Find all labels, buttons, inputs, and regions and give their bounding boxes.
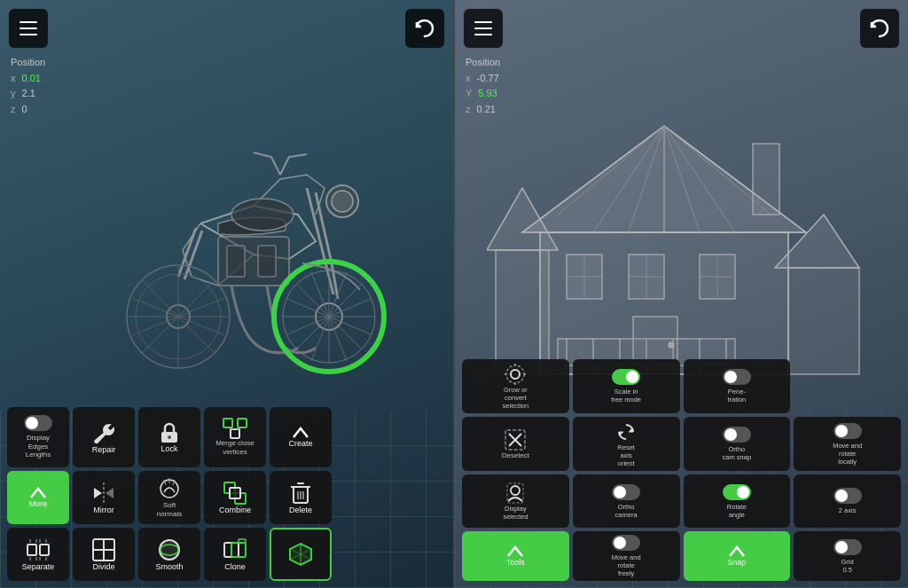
grow-convert-btn[interactable]: Grow orconvertselection: [462, 359, 569, 413]
divide-label: Divide: [92, 562, 114, 572]
repair-label: Repair: [92, 445, 116, 455]
right-position-info: Position x -0.77 Y 5.93 z 0.21: [466, 55, 500, 117]
move-rotate-locally-label: Move androtatelocally: [833, 442, 862, 466]
display-selected-btn[interactable]: Displayselected: [462, 474, 569, 528]
scale-free-btn[interactable]: Scale infree mode: [573, 359, 680, 413]
merge-close-label: Merge closevertices: [215, 439, 254, 456]
r-hamburger-line-2: [474, 27, 492, 29]
left-bottom-toolbar: DisplayEdgesLengths Repair Lock: [7, 407, 446, 581]
2axis-btn[interactable]: 2 axis: [794, 474, 901, 528]
svg-line-31: [228, 427, 234, 429]
svg-point-27: [168, 435, 171, 439]
delete-btn[interactable]: Delete: [270, 471, 332, 524]
r-pos-x-label: x: [466, 73, 471, 83]
combine-label: Combine: [219, 506, 251, 515]
svg-rect-1: [227, 246, 245, 277]
divide-icon: [91, 537, 116, 562]
delete-label: Delete: [289, 506, 312, 515]
display-selected-label: Displayselected: [503, 505, 528, 521]
left-hamburger-button[interactable]: [9, 9, 48, 48]
right-undo-button[interactable]: [860, 9, 899, 48]
box-btn[interactable]: [270, 528, 332, 581]
grow-icon: [504, 363, 527, 386]
hamburger-line-3: [20, 34, 37, 35]
tools-btn[interactable]: Tools: [462, 531, 569, 581]
r-pos-y-label: Y: [466, 88, 472, 98]
scale-free-label: Scale infree mode: [611, 388, 641, 404]
clone-icon: [223, 537, 247, 562]
trash-icon: [289, 481, 312, 506]
pos-y-value: 2.1: [22, 88, 35, 98]
pos-x-value: 0.01: [22, 73, 41, 83]
rotate-angle-toggle: [723, 484, 751, 500]
2axis-label: 2 axis: [839, 506, 857, 514]
wrench-icon: [91, 420, 116, 445]
svg-rect-61: [496, 250, 549, 374]
deselect-label: Deselect: [502, 451, 529, 460]
display-edges-btn[interactable]: DisplayEdgesLengths: [7, 407, 69, 467]
clone-btn[interactable]: Clone: [204, 528, 266, 581]
combine-btn[interactable]: Combine: [204, 471, 266, 524]
pos-y: y 2.1: [11, 86, 45, 102]
snap-label: Snap: [727, 558, 746, 568]
mirror-icon: [91, 481, 116, 506]
move-rotate-freely-btn[interactable]: Move androtatefreely: [573, 531, 680, 581]
grow-label: Grow orconvertselection: [503, 386, 529, 410]
snap-btn[interactable]: Snap: [684, 531, 791, 581]
penetration-btn[interactable]: Pene-tration: [684, 359, 791, 413]
deselect-icon: [504, 428, 527, 451]
r-pos-z-label: z: [466, 104, 471, 114]
clone-label: Clone: [224, 562, 246, 572]
display-selected-icon: [504, 482, 527, 505]
right-top-bar: [464, 9, 899, 48]
grid-label: Grid0.5: [841, 558, 854, 574]
rotate-angle-btn[interactable]: Rotateangle: [684, 474, 791, 528]
penetration-label: Pene-tration: [727, 388, 746, 404]
mirror-label: Mirror: [93, 506, 114, 515]
svg-rect-29: [238, 419, 247, 427]
lock-btn[interactable]: Lock: [138, 407, 200, 467]
left-undo-button[interactable]: [405, 9, 444, 48]
reset-axis-label: Resetaxisorient: [617, 443, 635, 467]
svg-rect-28: [223, 419, 232, 427]
ortho-cam-snap-btn[interactable]: Orthocam snap: [684, 417, 791, 471]
grid-toggle: [834, 539, 862, 555]
move-rotate-locally-btn[interactable]: Move androtatelocally: [794, 417, 901, 471]
grid-btn[interactable]: Grid0.5: [794, 531, 901, 581]
left-top-bar: [9, 9, 444, 48]
mirror-btn[interactable]: Mirror: [73, 471, 135, 524]
lock-label: Lock: [160, 444, 177, 454]
soft-normals-icon: [157, 476, 182, 501]
right-panel: Position x -0.77 Y 5.93 z 0.21 Grow orco: [453, 0, 908, 588]
move-rotate-freely-label: Move androtatefreely: [612, 553, 641, 577]
r-pos-x: x -0.77: [466, 71, 500, 87]
smooth-btn[interactable]: Smooth: [138, 528, 200, 581]
pos-z-label: z: [11, 104, 16, 114]
right-hamburger-button[interactable]: [464, 9, 503, 48]
smooth-icon: [157, 537, 182, 562]
r-hamburger-line-1: [474, 21, 492, 23]
more-btn[interactable]: More: [7, 471, 69, 524]
separate-btn[interactable]: Separate: [7, 528, 69, 581]
soft-normals-btn[interactable]: Softnormals: [138, 471, 200, 524]
hamburger-line-1: [20, 21, 37, 23]
deselect-btn[interactable]: Deselect: [462, 417, 569, 471]
svg-rect-40: [230, 488, 240, 498]
display-edges-label: DisplayEdgesLengths: [26, 434, 51, 459]
lock-icon: [158, 421, 181, 444]
r-hamburger-line-3: [474, 34, 492, 35]
reset-axis-btn[interactable]: Resetaxisorient: [573, 417, 680, 471]
svg-point-23: [231, 199, 294, 231]
create-btn[interactable]: Create: [270, 407, 332, 467]
merge-close-btn[interactable]: Merge closevertices: [204, 407, 266, 467]
right-bottom-toolbar: Grow orconvertselection Scale infree mod…: [462, 359, 901, 581]
repair-btn[interactable]: Repair: [73, 407, 135, 467]
separate-label: Separate: [22, 562, 55, 572]
ortho-camera-btn[interactable]: Orthocamera: [573, 474, 680, 528]
r-pos-z: z 0.21: [466, 102, 500, 118]
penetration-toggle: [723, 369, 751, 385]
snap-chevron-icon: [728, 545, 746, 558]
divide-btn[interactable]: Divide: [73, 528, 135, 581]
left-panel: Position x 0.01 y 2.1 z 0 DisplayEdgesLe…: [0, 0, 453, 588]
box-icon: [287, 541, 314, 568]
